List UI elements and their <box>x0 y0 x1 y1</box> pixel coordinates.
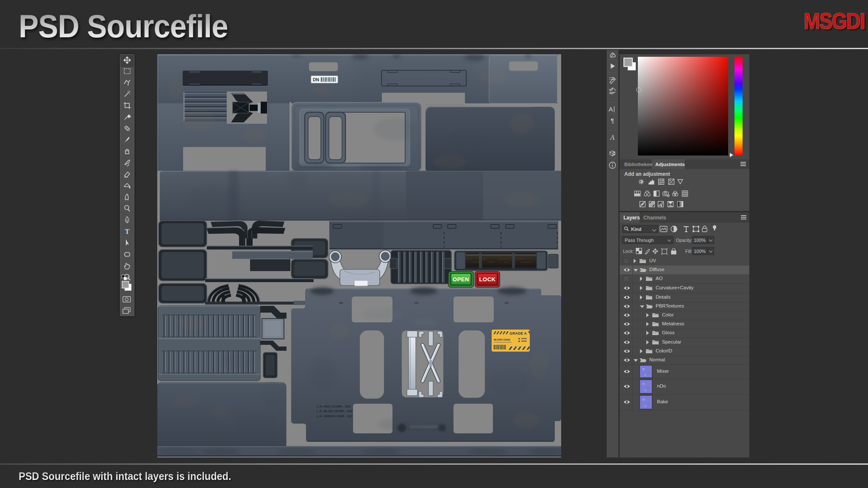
svg-text:LOCK: LOCK <box>479 276 496 283</box>
svg-text:A: A <box>610 134 615 141</box>
svg-text:T: T <box>125 228 130 235</box>
svg-text:L.H. GREEN CWR - 397: L.H. GREEN CWR - 397 <box>317 414 353 418</box>
svg-text:L.H. RED CCWR - 354: L.H. RED CCWR - 354 <box>317 405 351 408</box>
svg-text:OPEN: OPEN <box>453 276 469 283</box>
svg-text:GRADE A: GRADE A <box>509 331 527 336</box>
svg-text:MILITARY GRADE: MILITARY GRADE <box>494 339 510 341</box>
svg-text:MSGDI: MSGDI <box>804 12 865 33</box>
svg-text:¶: ¶ <box>611 117 614 124</box>
svg-text:L.H. BLUE CKWR - 346: L.H. BLUE CKWR - 346 <box>317 409 352 413</box>
svg-text:DN: DN <box>313 77 319 82</box>
svg-text:A: A <box>609 105 613 113</box>
